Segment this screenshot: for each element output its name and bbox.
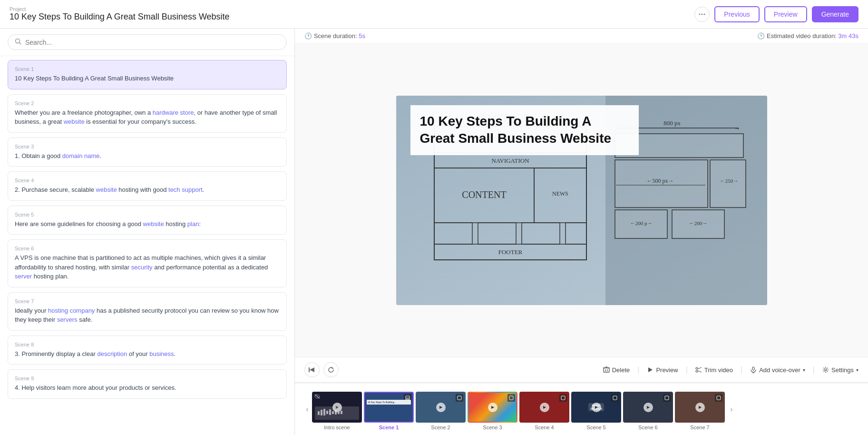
description-link[interactable]: description [97, 350, 127, 357]
scene-card-2[interactable]: Scene 2 Whether you are a freelance phot… [8, 94, 287, 133]
filmstrip-scene1[interactable]: 10 Key Steps To Building... Scene 1 [364, 392, 414, 430]
clock-icon-right: 🕐 [757, 32, 765, 40]
svg-text:→: → [734, 125, 741, 132]
filmstrip-next[interactable]: › [727, 405, 736, 414]
delete-action[interactable]: Delete [603, 366, 630, 374]
domain-name-link[interactable]: domain name [62, 152, 100, 159]
hardware-store-link[interactable]: hardware store [153, 109, 194, 116]
svg-text:←200 p→: ←200 p→ [630, 220, 652, 226]
settings-label: Settings [831, 366, 854, 374]
security-link[interactable]: security [131, 264, 153, 271]
website-link-4[interactable]: website [96, 186, 117, 193]
server-link[interactable]: server [15, 273, 32, 280]
scene7-label: Scene 7 [690, 425, 709, 430]
preview-button[interactable]: Preview [764, 6, 807, 22]
business-link[interactable]: business [149, 350, 174, 357]
scissors-icon [695, 366, 702, 373]
tech-support-link[interactable]: tech support [168, 186, 203, 193]
scene6-thumb: ▶ [623, 392, 673, 423]
header: Project 10 Key Steps To Building A Great… [0, 0, 868, 29]
search-input[interactable] [25, 39, 280, 46]
scene2-label: Scene 2 [431, 425, 450, 430]
scene-2-text: Whether you are a freelance photographer… [15, 108, 280, 127]
rewind-button[interactable] [304, 362, 320, 377]
servers-link[interactable]: servers [57, 316, 78, 323]
search-icon [15, 38, 21, 46]
scene-duration-value: 5s [359, 32, 365, 40]
playback-controls [304, 362, 339, 377]
scene-card-3[interactable]: Scene 3 1. Obtain a good domain name. [8, 138, 287, 167]
scene-card-7[interactable]: Scene 7 Ideally your hosting company has… [8, 292, 287, 331]
scene-card-6[interactable]: Scene 6 A VPS is one machine that is par… [8, 239, 287, 287]
project-label: Project [10, 6, 230, 12]
filmstrip-intro[interactable]: ▶ [312, 392, 362, 430]
filmstrip-scene2[interactable]: ▶ Scene 2 [416, 392, 466, 430]
generate-button[interactable]: Generate [812, 6, 858, 22]
scene3-thumb: ▶ [468, 392, 517, 423]
scene-card-4[interactable]: Scene 4 2. Purchase secure, scalable web… [8, 171, 287, 201]
svg-rect-66 [509, 396, 513, 400]
svg-point-45 [696, 370, 698, 372]
search-input-wrap[interactable] [8, 34, 287, 50]
previous-button[interactable]: Previous [714, 6, 759, 22]
scene3-play: ▶ [488, 403, 497, 412]
scene2-thumb: ▶ [416, 392, 466, 423]
right-panel: 🕐 Scene duration: 5s 🕐 Estimated video d… [295, 29, 868, 435]
scene-8-label: Scene 8 [15, 342, 280, 347]
trim-action[interactable]: Trim video [695, 366, 733, 374]
scene-card-8[interactable]: Scene 8 3. Prominently display a clear d… [8, 336, 287, 365]
scene-duration: 🕐 Scene duration: 5s [304, 32, 365, 40]
filmstrip-scene5[interactable]: SMARTDECISION ▶ Scene 5 [571, 392, 621, 430]
filmstrip-scene7[interactable]: ▶ Scene 7 [675, 392, 725, 430]
svg-text:←200→: ←200→ [689, 220, 707, 226]
svg-rect-60 [335, 410, 337, 415]
svg-text:NEWS: NEWS [552, 190, 568, 197]
refresh-button[interactable] [323, 362, 339, 377]
scene2-play: ▶ [436, 403, 446, 412]
settings-action[interactable]: Settings ▾ [822, 366, 858, 374]
scene-9-text: 4. Help visitors learn more about your p… [15, 383, 280, 393]
scene-5-label: Scene 5 [15, 212, 280, 218]
header-left: Project 10 Key Steps To Building A Great… [10, 6, 230, 22]
scene-3-text: 1. Obtain a good domain name. [15, 151, 280, 161]
scene1-label: Scene 1 [379, 425, 399, 430]
filmstrip-scene3[interactable]: ▶ Scene 3 [468, 392, 517, 430]
trim-label: Trim video [704, 366, 733, 374]
scene-duration-label: Scene duration: [314, 32, 357, 40]
header-right: Previous Preview Generate [694, 6, 858, 22]
plan-link[interactable]: plan [187, 220, 199, 227]
search-bar [0, 29, 294, 56]
svg-rect-58 [329, 409, 331, 415]
scene-3-label: Scene 3 [15, 144, 280, 149]
scene-card-1[interactable]: Scene 1 10 Key Steps To Building A Great… [8, 60, 287, 89]
scene5-thumb: SMARTDECISION ▶ [571, 392, 621, 423]
svg-line-46 [698, 367, 702, 369]
svg-rect-31 [710, 160, 746, 208]
scene-card-9[interactable]: Scene 9 4. Help visitors learn more abou… [8, 369, 287, 399]
hosting-company-link[interactable]: hosting company [48, 307, 95, 314]
svg-rect-61 [338, 412, 340, 414]
scene-1-text: 10 Key Steps To Building A Great Small B… [15, 74, 280, 83]
icon-button-1[interactable] [694, 7, 710, 22]
play-icon [647, 366, 653, 373]
website-link-2[interactable]: website [64, 118, 85, 125]
filmstrip: ‹ ▶ [295, 383, 868, 435]
estimated-duration-value: 3m 43s [838, 32, 858, 40]
scene3-icon [507, 394, 515, 402]
intro-waveform [317, 407, 345, 417]
video-area: ‹ + [295, 44, 868, 357]
website-link-5[interactable]: website [143, 220, 164, 227]
svg-rect-67 [561, 396, 565, 400]
filmstrip-scene6[interactable]: ▶ Scene 6 [623, 392, 673, 430]
intro-label: Intro scene [324, 425, 350, 430]
filmstrip-prev[interactable]: ‹ [302, 405, 312, 414]
scene6-label: Scene 6 [638, 425, 657, 430]
preview-action[interactable]: Preview [647, 366, 678, 374]
scene-card-5[interactable]: Scene 5 Here are some guidelines for cho… [8, 206, 287, 235]
left-panel: Scene 1 10 Key Steps To Building A Great… [0, 29, 295, 435]
svg-text:←250→: ←250→ [720, 178, 738, 184]
voice-action[interactable]: Add voice-over ▾ [750, 366, 805, 374]
scene7-icon [715, 394, 722, 402]
svg-text:CONTENT: CONTENT [462, 189, 506, 200]
filmstrip-scene4[interactable]: ▶ Scene 4 [519, 392, 569, 430]
